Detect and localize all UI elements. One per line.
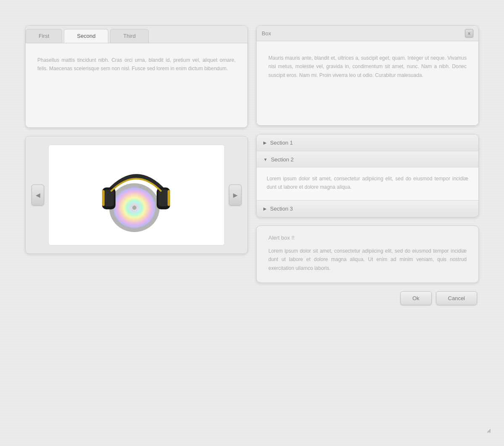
- cancel-button[interactable]: Cancel: [436, 291, 477, 305]
- alert-widget: Alert box !! Lorem ipsum dolor sit amet,…: [256, 226, 479, 283]
- svg-rect-7: [102, 190, 105, 206]
- alert-title: Alert box !!: [268, 235, 467, 241]
- accordion-arrow-3: ▶: [263, 206, 267, 211]
- accordion-widget: ▶ Section 1 ▼ Section 2 Lorem ipsum dolo…: [256, 134, 479, 217]
- tab-body-text: Phasellus mattis tincidunt nibh. Cras or…: [37, 56, 236, 73]
- box-close-button[interactable]: x: [465, 29, 473, 37]
- svg-rect-9: [158, 190, 168, 206]
- svg-point-4: [132, 206, 136, 210]
- box-header: Box x: [257, 26, 478, 41]
- tab-widget: First Second Third Phasellus mattis tinc…: [25, 25, 248, 128]
- accordion-label-3: Section 3: [270, 206, 293, 212]
- svg-line-13: [490, 432, 491, 433]
- accordion-arrow-2: ▼: [263, 157, 268, 162]
- accordion-section-3: ▶ Section 3: [257, 201, 478, 217]
- accordion-section-2: ▼ Section 2 Lorem ipsum dolor sit amet, …: [257, 151, 478, 201]
- accordion-label-1: Section 1: [270, 140, 293, 146]
- box-title: Box: [262, 30, 271, 37]
- ok-button[interactable]: Ok: [400, 291, 432, 305]
- tab-bar: First Second Third: [26, 26, 247, 43]
- headphone-cd-illustration: [90, 153, 183, 237]
- accordion-body-2: Lorem ipsum dolor sit amet, consectetur …: [257, 168, 478, 200]
- carousel-widget: ◀: [25, 136, 248, 254]
- accordion-section-1: ▶ Section 1: [257, 135, 478, 151]
- svg-rect-6: [104, 190, 114, 206]
- box-body-text: Mauris mauris ante, blandit et, ultrices…: [268, 54, 467, 79]
- carousel-image-area: [48, 145, 225, 245]
- tab-second[interactable]: Second: [64, 29, 108, 43]
- resize-handle[interactable]: [486, 428, 491, 433]
- accordion-header-1[interactable]: ▶ Section 1: [257, 135, 478, 151]
- tab-third[interactable]: Third: [110, 29, 149, 43]
- buttons-row: Ok Cancel: [256, 291, 479, 305]
- box-widget: Box x Mauris mauris ante, blandit et, ul…: [256, 25, 479, 126]
- svg-rect-10: [168, 190, 170, 206]
- accordion-header-2[interactable]: ▼ Section 2: [257, 151, 478, 168]
- accordion-label-2: Section 2: [271, 156, 294, 163]
- tab-content-area: Phasellus mattis tincidunt nibh. Cras or…: [26, 43, 247, 127]
- carousel-prev-button[interactable]: ◀: [32, 185, 44, 206]
- tab-first[interactable]: First: [26, 29, 62, 43]
- carousel-next-button[interactable]: ▶: [229, 185, 242, 206]
- accordion-arrow-1: ▶: [263, 140, 267, 145]
- accordion-header-3[interactable]: ▶ Section 3: [257, 201, 478, 217]
- box-content-area: Mauris mauris ante, blandit et, ultrices…: [257, 41, 478, 125]
- alert-content-area: Alert box !! Lorem ipsum dolor sit amet,…: [257, 226, 478, 282]
- alert-body-text: Lorem ipsum dolor sit amet, consectetur …: [268, 247, 467, 272]
